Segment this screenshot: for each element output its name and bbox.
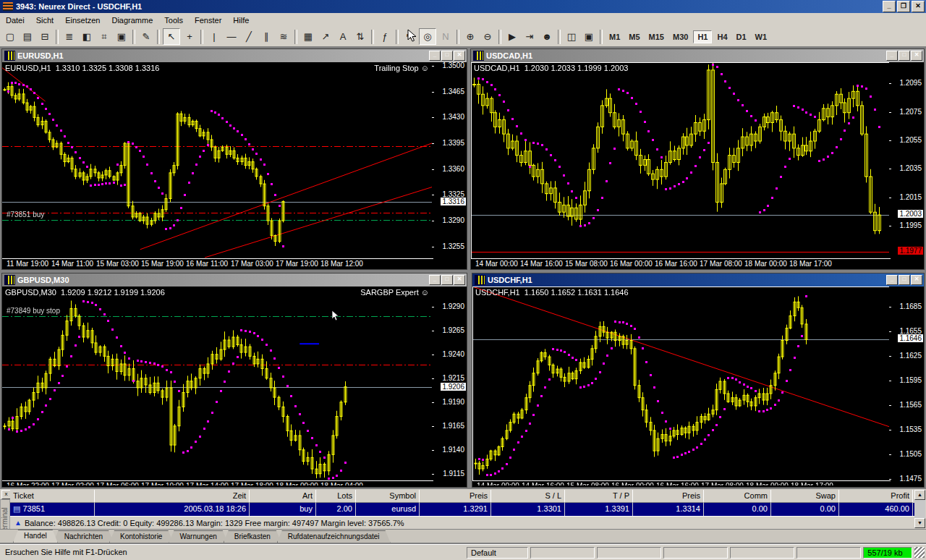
crosshair-icon[interactable]: + bbox=[182, 29, 197, 44]
shapes-icon[interactable]: ▦ bbox=[300, 29, 316, 44]
chart-window-usdchf[interactable]: USDCHF,H1 _ □ ✕ USDCHF,H1 1.1650 1.1652 … bbox=[472, 273, 925, 488]
chart-maximize-button[interactable]: □ bbox=[899, 275, 910, 285]
close-button[interactable]: ✕ bbox=[912, 1, 925, 12]
chart-close-button[interactable]: ✕ bbox=[454, 51, 465, 61]
arrow-styles-icon[interactable]: ⇅ bbox=[352, 29, 368, 44]
chart-close-button[interactable]: ✕ bbox=[911, 51, 922, 61]
timeframe-m15[interactable]: M15 bbox=[645, 31, 668, 43]
trendline-icon[interactable]: ╱ bbox=[241, 29, 257, 44]
chart-maximize-button[interactable]: □ bbox=[441, 51, 453, 61]
cascade-windows-icon[interactable]: ▣ bbox=[581, 29, 597, 44]
timeframe-h1[interactable]: H1 bbox=[693, 30, 712, 43]
new-order-icon[interactable]: ✎ bbox=[138, 29, 154, 44]
column-header-preis[interactable]: Preis bbox=[633, 490, 704, 503]
maximize-button[interactable]: ❐ bbox=[897, 1, 910, 12]
terminal-scrollbar[interactable]: ▲ ▼ bbox=[914, 490, 925, 528]
price-axis[interactable]: 1.35001.34651.34301.33951.33601.33251.32… bbox=[432, 62, 467, 268]
timeframe-m1[interactable]: M1 bbox=[606, 31, 624, 43]
chart-canvas[interactable] bbox=[471, 62, 892, 260]
chart-maximize-button[interactable]: □ bbox=[899, 51, 910, 61]
timeframe-h4[interactable]: H4 bbox=[713, 31, 731, 43]
chart-titlebar[interactable]: USDCAD,H1 _ □ ✕ bbox=[471, 49, 924, 62]
chart-shift-icon[interactable]: ⇥ bbox=[522, 29, 538, 44]
column-header-sl[interactable]: S / L bbox=[491, 490, 565, 503]
menu-item-fenster[interactable]: Fenster bbox=[189, 14, 227, 26]
column-header-preis[interactable]: Preis bbox=[420, 490, 491, 503]
chart-close-button[interactable]: ✕ bbox=[911, 275, 922, 285]
menu-item-sicht[interactable]: Sicht bbox=[30, 14, 59, 26]
timeframe-d1[interactable]: D1 bbox=[733, 31, 750, 43]
column-header-comm[interactable]: Comm bbox=[704, 490, 771, 503]
magnet-mode-icon[interactable]: ◎ bbox=[419, 28, 436, 45]
column-header-lots[interactable]: Lots bbox=[316, 490, 356, 503]
column-header-art[interactable]: Art bbox=[250, 490, 316, 503]
indicators-icon[interactable]: ƒ bbox=[377, 29, 393, 44]
column-header-ticket[interactable]: Ticket bbox=[10, 490, 95, 503]
tab-warnungen[interactable]: Warnungen bbox=[169, 530, 227, 543]
time-axis[interactable]: 11 Mar 19:0014 Mar 11:0015 Mar 03:0015 M… bbox=[2, 258, 433, 268]
text-label-icon[interactable]: A bbox=[335, 29, 351, 44]
price-axis[interactable]: 1.20951.20751.20551.20351.20151.19951.20… bbox=[889, 62, 924, 268]
tab-kontohistorie[interactable]: Kontohistorie bbox=[109, 530, 173, 543]
menu-item-hilfe[interactable]: Hilfe bbox=[227, 14, 255, 26]
tab-rufdatenaufzeichnungsdatei[interactable]: Rufdatenaufzeichnungsdatei bbox=[277, 530, 391, 543]
chart-close-button[interactable]: ✕ bbox=[454, 275, 465, 285]
chart-window-usdcad[interactable]: USDCAD,H1 _ □ ✕ USDCAD,H1 1.2030 1.2033 … bbox=[470, 48, 925, 270]
resize-grip[interactable] bbox=[914, 547, 925, 558]
chart-titlebar[interactable]: EURUSD,H1 _ □ ✕ bbox=[2, 49, 467, 62]
order-row[interactable]: ▤ 738512005.03.18 18:26buy2.00eurusd1.32… bbox=[10, 503, 914, 516]
arrows-icon[interactable]: ↗ bbox=[318, 29, 334, 44]
terminal-panel-icon[interactable]: ▣ bbox=[114, 29, 129, 44]
market-watch-icon[interactable]: ≣ bbox=[61, 29, 77, 44]
navigator-icon[interactable]: ⌗ bbox=[96, 29, 112, 44]
scroll-down-icon[interactable]: ▼ bbox=[914, 518, 925, 528]
chart-canvas[interactable] bbox=[472, 287, 892, 482]
menu-item-einsetzen[interactable]: Einsetzen bbox=[59, 14, 106, 26]
expert-advisors-icon[interactable]: ☻ bbox=[539, 29, 555, 44]
auto-scroll-icon[interactable]: ▶ bbox=[504, 29, 520, 44]
data-window-icon[interactable]: ◧ bbox=[79, 29, 95, 44]
time-axis[interactable]: 14 Mar 00:0014 Mar 16:0015 Mar 08:0016 M… bbox=[471, 258, 891, 268]
chart-body[interactable]: USDCHF,H1 1.1650 1.1652 1.1631 1.1646 1.… bbox=[472, 287, 924, 485]
tab-briefkasten[interactable]: Briefkasten bbox=[224, 530, 281, 543]
chart-minimize-button[interactable]: _ bbox=[429, 275, 441, 285]
column-header-profit[interactable]: Profit bbox=[839, 490, 913, 503]
chart-body[interactable]: GBPUSD,M30 1.9209 1.9212 1.9199 1.9206 S… bbox=[2, 287, 467, 485]
timeframe-m5[interactable]: M5 bbox=[625, 31, 643, 43]
column-header-tp[interactable]: T / P bbox=[565, 490, 633, 503]
chart-maximize-button[interactable]: □ bbox=[441, 275, 453, 285]
timeframe-w1[interactable]: W1 bbox=[752, 31, 771, 43]
chart-canvas[interactable] bbox=[2, 62, 434, 258]
menu-item-diagramme[interactable]: Diagramme bbox=[106, 14, 158, 26]
horizontal-line-icon[interactable]: — bbox=[224, 29, 239, 44]
chart-body[interactable]: USDCAD,H1 1.2030 1.2033 1.1999 1.2003 1.… bbox=[471, 62, 924, 268]
cursor-icon[interactable]: ↖ bbox=[163, 28, 180, 45]
column-header-swap[interactable]: Swap bbox=[771, 490, 839, 503]
scroll-up-icon[interactable]: ▲ bbox=[914, 490, 925, 500]
price-axis[interactable]: 1.16851.16551.16251.15951.15651.15351.15… bbox=[889, 287, 924, 485]
fibonacci-retracement-icon[interactable]: ≋ bbox=[276, 29, 292, 44]
tab-handel[interactable]: Handel bbox=[13, 530, 58, 543]
zoom-in-icon[interactable]: ⊕ bbox=[462, 29, 478, 44]
menu-item-tools[interactable]: Tools bbox=[158, 14, 189, 26]
chart-body[interactable]: EURUSD,H1 1.3310 1.3325 1.3308 1.3316 Tr… bbox=[2, 62, 467, 268]
zoom-out-icon[interactable]: ⊖ bbox=[480, 29, 496, 44]
menu-item-datei[interactable]: Datei bbox=[0, 14, 30, 26]
tab-nachrichten[interactable]: Nachrichten bbox=[54, 530, 114, 543]
price-axis[interactable]: 1.92901.92651.92401.92151.91901.91651.91… bbox=[432, 287, 467, 485]
minimize-button[interactable]: _ bbox=[883, 1, 896, 12]
chart-window-gbpusd[interactable]: GBPUSD,M30 _ □ ✕ GBPUSD,M30 1.9209 1.921… bbox=[1, 273, 467, 488]
time-axis[interactable]: 16 Mar 22:0017 Mar 02:0017 Mar 06:0017 M… bbox=[2, 480, 433, 485]
vertical-line-icon[interactable]: | bbox=[206, 29, 222, 44]
print-icon[interactable]: ⊟ bbox=[37, 29, 53, 44]
column-header-symbol[interactable]: Symbol bbox=[356, 490, 420, 503]
chart-profiles-icon[interactable]: ▤ bbox=[20, 29, 35, 44]
chart-titlebar[interactable]: GBPUSD,M30 _ □ ✕ bbox=[2, 273, 467, 287]
chart-canvas[interactable] bbox=[2, 287, 434, 481]
chart-minimize-button[interactable]: _ bbox=[429, 51, 441, 61]
chart-window-eurusd[interactable]: EURUSD,H1 _ □ ✕ EURUSD,H1 1.3310 1.3325 … bbox=[1, 48, 467, 270]
new-chart-icon[interactable]: ▢ bbox=[2, 29, 18, 44]
chart-minimize-button[interactable]: _ bbox=[886, 51, 898, 61]
timeframe-m30[interactable]: M30 bbox=[669, 31, 692, 43]
equidistant-channel-icon[interactable]: ∥ bbox=[258, 29, 274, 44]
